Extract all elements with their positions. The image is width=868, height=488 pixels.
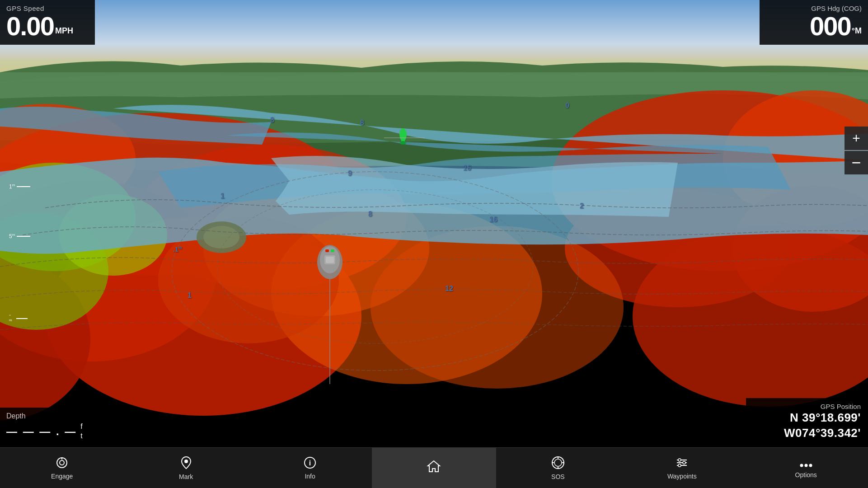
nav-waypoints[interactable]: Waypoints — [620, 448, 744, 488]
gps-hdg-panel: GPS Hdg (COG) 000 °M — [760, 0, 868, 45]
svg-rect-32 — [326, 257, 334, 263]
scale-label-dash: - m — [9, 312, 14, 325]
waypoints-icon — [675, 456, 689, 471]
svg-point-48 — [678, 459, 681, 461]
zoom-in-button[interactable]: + — [845, 127, 868, 150]
nav-mark[interactable]: Mark — [124, 448, 248, 488]
svg-point-49 — [683, 461, 685, 464]
depth-unit: f t — [80, 422, 82, 441]
sos-icon — [551, 456, 565, 471]
svg-point-21 — [203, 226, 239, 249]
nav-sos-label: SOS — [551, 473, 565, 480]
nav-engage[interactable]: Engage — [0, 448, 124, 488]
depth-marker-01: .1m — [173, 245, 182, 253]
depth-marker-16b: 16 — [489, 216, 497, 224]
gps-hdg-value: 000 — [810, 13, 851, 39]
nav-mark-label: Mark — [179, 473, 193, 480]
gps-speed-unit: MPH — [55, 27, 73, 36]
svg-rect-30 — [331, 249, 334, 252]
nav-home[interactable] — [372, 448, 496, 488]
depth-marker-12: 12 — [445, 285, 453, 293]
depth-value: — — — . — — [6, 425, 77, 438]
info-icon: i — [304, 456, 316, 471]
gps-pos-label: GPS Position — [753, 403, 861, 410]
depth-marker-8c: 8 — [270, 116, 274, 124]
engage-icon — [56, 456, 68, 471]
nav-sos[interactable]: SOS — [496, 448, 620, 488]
gps-speed-value: 0.00 — [6, 13, 54, 39]
depth-marker-16a: 16 — [463, 164, 471, 172]
nav-info-label: Info — [305, 473, 315, 480]
mark-icon — [181, 456, 192, 471]
gps-lat: N 39°18.699' — [753, 410, 861, 426]
gps-position-panel: GPS Position N 39°18.699' W074°39.342' — [746, 398, 868, 447]
svg-point-36 — [184, 460, 188, 463]
svg-point-15 — [371, 226, 624, 389]
gps-speed-panel: GPS Speed 0.00 MPH — [0, 0, 95, 45]
svg-rect-29 — [325, 249, 329, 252]
nav-waypoints-label: Waypoints — [667, 473, 697, 480]
svg-point-53 — [809, 464, 812, 467]
zoom-controls: + − — [845, 127, 868, 174]
depth-marker-0: 0 — [565, 102, 569, 110]
home-icon — [427, 460, 441, 475]
svg-point-26 — [400, 141, 406, 145]
nav-engage-label: Engage — [51, 473, 73, 480]
map-view[interactable]: 9 16 8 16 12 1 1 8 8 2 0 .1m — [0, 0, 868, 447]
scale-label-1m: 1m — [9, 183, 15, 190]
scale-label-5m: 5m — [9, 233, 15, 239]
bottom-navigation: Engage Mark i Info — [0, 447, 868, 488]
nav-info[interactable]: i Info — [248, 448, 372, 488]
depth-label: Depth — [6, 412, 89, 420]
depth-marker-8a: 8 — [368, 210, 372, 218]
svg-point-34 — [60, 460, 64, 465]
svg-point-40 — [554, 459, 562, 466]
svg-point-51 — [800, 464, 803, 467]
svg-point-50 — [678, 464, 681, 467]
options-icon — [799, 458, 813, 469]
zoom-out-button[interactable]: − — [845, 151, 868, 174]
depth-panel: Depth — — — . — f t — [0, 408, 95, 447]
depth-marker-1a: 1 — [221, 192, 225, 200]
depth-marker-9: 9 — [348, 169, 352, 178]
nav-options[interactable]: Options — [744, 448, 868, 488]
svg-point-52 — [804, 464, 807, 467]
nav-options-label: Options — [795, 471, 817, 479]
depth-marker-1b: 1 — [188, 291, 192, 300]
gps-hdg-unit: °M — [852, 27, 862, 36]
svg-text:i: i — [309, 459, 311, 467]
depth-marker-8b: 8 — [360, 119, 364, 127]
gps-lon: W074°39.342' — [753, 426, 861, 441]
depth-marker-2: 2 — [580, 202, 584, 210]
